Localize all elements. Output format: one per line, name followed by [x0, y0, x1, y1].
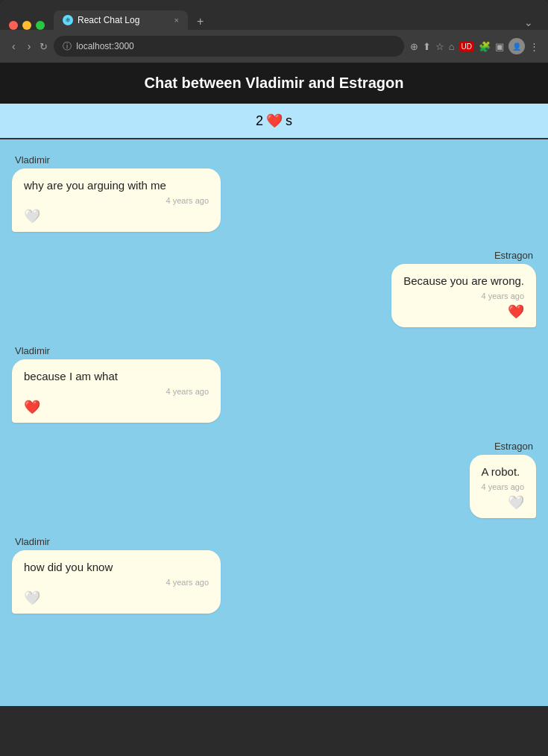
sender-name: Vladimir	[12, 154, 536, 166]
message-reaction[interactable]: 🤍	[482, 494, 524, 511]
address-bar: ‹ › ↻ ⓘ localhost:3000 ⊕ ⬆ ☆ ⌂ UD 🧩 ▣ 👤 …	[0, 30, 548, 63]
message-time: 4 years ago	[24, 578, 209, 587]
tab-bar: ⚛ React Chat Log × + ⌄	[0, 0, 548, 30]
hearts-count: 2	[256, 113, 263, 129]
tab-close-button[interactable]: ×	[174, 16, 179, 25]
browser-window: ⚛ React Chat Log × + ⌄ ‹ › ↻ ⓘ localhost…	[0, 0, 548, 706]
active-tab[interactable]: ⚛ React Chat Log ×	[54, 10, 188, 30]
toolbar-icons: ⊕ ⬆ ☆ ⌂ UD 🧩 ▣ 👤 ⋮	[410, 38, 539, 54]
message-time: 4 years ago	[24, 387, 209, 396]
sender-name: Vladimir	[12, 536, 536, 547]
zoom-icon[interactable]: ⊕	[410, 41, 418, 52]
secure-icon: ⓘ	[63, 40, 72, 53]
message-time: 4 years ago	[403, 292, 524, 300]
message-bubble: because I am what 4 years ago ❤️	[12, 359, 221, 423]
message-text: A robot.	[482, 464, 524, 479]
sender-name: Estragon	[494, 250, 536, 261]
sender-name: Estragon	[494, 441, 536, 452]
traffic-lights	[9, 21, 51, 30]
traffic-light-close[interactable]	[9, 21, 18, 30]
message-text: how did you know	[24, 559, 209, 575]
bookmark-icon[interactable]: ☆	[435, 41, 444, 52]
share-icon[interactable]: ⬆	[423, 41, 431, 52]
hearts-bar: 2 ❤️ s	[0, 104, 548, 139]
message-bubble: why are you arguing with me 4 years ago …	[12, 168, 221, 232]
message-text: why are you arguing with me	[24, 177, 209, 193]
message-reaction[interactable]: 🤍	[24, 590, 209, 606]
back-button[interactable]: ‹	[9, 39, 19, 54]
user-avatar[interactable]: 👤	[508, 38, 525, 54]
hearts-suffix: s	[286, 113, 292, 129]
menu-icon[interactable]: ⋮	[529, 41, 539, 52]
page-content: Chat between Vladimir and Estragon 2 ❤️ …	[0, 63, 548, 706]
extension-icon-ud[interactable]: UD	[459, 42, 474, 51]
forward-button[interactable]: ›	[25, 39, 34, 54]
traffic-light-maximize[interactable]	[36, 21, 45, 30]
tab-favicon-icon: ⚛	[63, 15, 73, 25]
url-text: localhost:3000	[76, 41, 133, 51]
message-group: Vladimir how did you know 4 years ago 🤍	[12, 536, 536, 614]
message-reaction[interactable]: ❤️	[403, 303, 524, 320]
traffic-light-minimize[interactable]	[22, 21, 31, 30]
sender-name: Vladimir	[12, 345, 536, 356]
message-text: Because you are wrong.	[403, 273, 524, 289]
tab-expand-icon: ⌄	[518, 15, 539, 30]
tab-title: React Chat Log	[78, 15, 139, 25]
hearts-emoji: ❤️	[266, 113, 283, 129]
page-title: Chat between Vladimir and Estragon	[12, 75, 536, 92]
message-bubble: Because you are wrong. 4 years ago ❤️	[391, 264, 536, 327]
message-time: 4 years ago	[24, 196, 209, 205]
message-reaction[interactable]: ❤️	[24, 399, 209, 415]
message-group: Vladimir why are you arguing with me 4 y…	[12, 154, 536, 232]
extension-icon-screen[interactable]: ▣	[495, 41, 504, 52]
message-reaction[interactable]: 🤍	[24, 208, 209, 224]
message-bubble: A robot. 4 years ago 🤍	[470, 455, 536, 518]
message-group: Estragon A robot. 4 years ago 🤍	[12, 441, 536, 518]
home-icon[interactable]: ⌂	[449, 41, 455, 52]
page-header: Chat between Vladimir and Estragon	[0, 63, 548, 104]
new-tab-button[interactable]: +	[191, 13, 210, 30]
message-group: Vladimir because I am what 4 years ago ❤…	[12, 345, 536, 423]
message-time: 4 years ago	[482, 482, 524, 491]
message-bubble: how did you know 4 years ago 🤍	[12, 550, 221, 614]
url-input[interactable]: ⓘ localhost:3000	[54, 36, 403, 57]
extension-icon-puzzle[interactable]: 🧩	[479, 41, 491, 52]
chat-area: Vladimir why are you arguing with me 4 y…	[0, 139, 548, 706]
message-text: because I am what	[24, 368, 209, 384]
reload-button[interactable]: ↻	[40, 41, 48, 52]
message-group: Estragon Because you are wrong. 4 years …	[12, 250, 536, 327]
